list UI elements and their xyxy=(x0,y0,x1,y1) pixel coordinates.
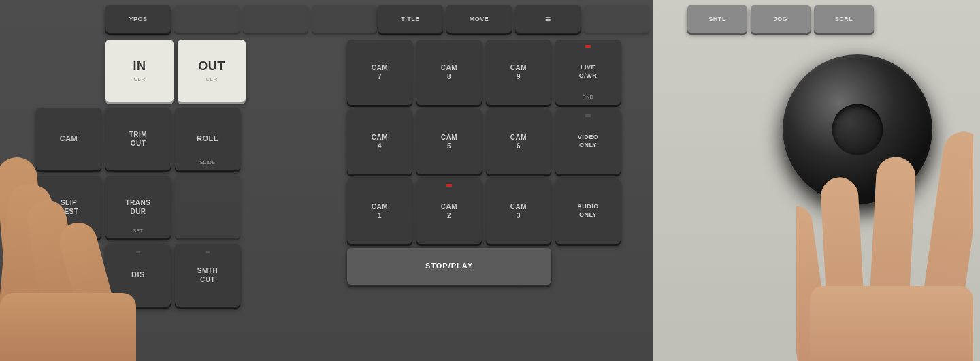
cam-left-key[interactable]: CAM xyxy=(36,108,101,170)
top-row-center: TITLE MOVE ≡ xyxy=(378,5,649,33)
video-only-key[interactable]: VIDEOONLY xyxy=(555,109,621,174)
top-row-right: SHTL JOG SCRL xyxy=(687,5,874,33)
slip-dest-key[interactable]: SLIPDEST xyxy=(36,176,101,238)
scrl-key[interactable]: SCRL xyxy=(814,5,874,33)
cam2-red-dot xyxy=(446,184,452,187)
live-red-dot xyxy=(585,45,591,48)
stop-play-key[interactable]: STOP/PLAY xyxy=(347,248,551,285)
cam1-key[interactable]: CAM1 xyxy=(347,178,412,244)
jog-wheel-center xyxy=(832,104,883,155)
blank-key-1 xyxy=(174,5,240,33)
menu-key[interactable]: ≡ xyxy=(515,5,581,33)
move-key[interactable]: MOVE xyxy=(446,5,512,33)
jog-wheel-area xyxy=(776,54,939,232)
trim-out-key[interactable]: TRIMOUT xyxy=(105,108,171,170)
edit-row-2: CAM TRIMOUT ROLL SLIDE xyxy=(36,108,240,170)
top-row-left: YPOS xyxy=(105,5,377,33)
dis-dot xyxy=(136,251,140,253)
cam6-key[interactable]: CAM6 xyxy=(486,109,551,174)
roll-key[interactable]: ROLL SLIDE xyxy=(175,108,240,170)
in-out-row: IN CLR OUT CLR xyxy=(105,40,246,102)
cam5-key[interactable]: CAM5 xyxy=(416,109,482,174)
dis-key[interactable]: DIS xyxy=(105,244,171,307)
cam8-key[interactable]: CAM8 xyxy=(416,40,482,105)
empty-cell xyxy=(555,248,621,285)
audio-only-key[interactable]: AUDIOONLY xyxy=(555,178,621,244)
smth-cut-key[interactable]: SMTHCUT xyxy=(175,244,240,307)
keyboard-layout: YPOS TITLE MOVE ≡ SHTL JOG SCRL IN xyxy=(0,0,980,361)
edit-row-3: SLIPDEST TRANSDUR SET xyxy=(36,176,240,238)
smth-dot xyxy=(206,251,210,253)
jog-wheel[interactable] xyxy=(783,54,932,204)
ypos-key[interactable]: YPOS xyxy=(105,5,171,33)
edit-row-4: DIS SMTHCUT xyxy=(105,244,240,307)
in-key[interactable]: IN CLR xyxy=(105,40,174,102)
blank-key-3 xyxy=(312,5,377,33)
blank-key-2 xyxy=(243,5,308,33)
shtl-key[interactable]: SHTL xyxy=(687,5,747,33)
blank-top-1 xyxy=(584,5,649,33)
cam2-key[interactable]: CAM2 xyxy=(416,178,482,244)
live-owr-key[interactable]: LIVEO/WR RND xyxy=(555,40,621,105)
cam-grid: CAM7 CAM8 CAM9 LIVEO/WR RND CAM4 CAM5 CA… xyxy=(347,40,621,285)
cut-out-key xyxy=(175,176,240,238)
cam3-key[interactable]: CAM3 xyxy=(486,178,551,244)
out-key[interactable]: OUT CLR xyxy=(178,40,246,102)
cam9-key[interactable]: CAM9 xyxy=(486,40,551,105)
trans-dur-key[interactable]: TRANSDUR SET xyxy=(105,176,171,238)
jog-key[interactable]: JOG xyxy=(751,5,811,33)
title-key[interactable]: TITLE xyxy=(378,5,443,33)
video-dot xyxy=(585,114,591,117)
cam4-key[interactable]: CAM4 xyxy=(347,109,412,174)
cam7-key[interactable]: CAM7 xyxy=(347,40,412,105)
